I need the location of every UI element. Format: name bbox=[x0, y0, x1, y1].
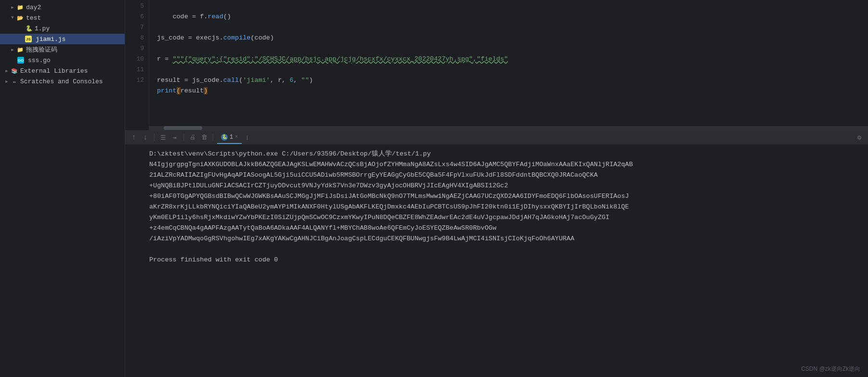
scrollbar-thumb[interactable] bbox=[164, 126, 202, 130]
toolbar-divider-2 bbox=[183, 134, 184, 142]
horizontal-scrollbar[interactable] bbox=[149, 126, 868, 130]
sidebar-item-label: 拖拽验证码 bbox=[26, 45, 57, 54]
sidebar-item-dragtest[interactable]: ▶ 📁 拖拽验证码 bbox=[0, 44, 125, 55]
python-tab-icon: 🐍 bbox=[221, 134, 228, 141]
terminal-line-4: +80iAF0TGgAPYQGBsdBIBwQCwWJGWKBsAAuSCJMG… bbox=[149, 191, 860, 202]
py-file-icon: 🐍 bbox=[25, 25, 33, 32]
sidebar-item-sssgo[interactable]: GO sss.go bbox=[0, 55, 125, 65]
terminal-tab-close[interactable]: × bbox=[235, 134, 238, 140]
terminal-right-icons: ⚙ bbox=[855, 133, 864, 143]
terminal-toolbar: ↑ ↓ ☰ ⇥ 🖨 🗑 🐍 1 × bbox=[125, 130, 868, 145]
terminal-list-icon[interactable]: ☰ bbox=[158, 133, 168, 143]
sidebar-item-label: sss.go bbox=[28, 57, 51, 64]
chevron-right-icon: ▶ bbox=[4, 79, 10, 84]
sidebar-item-label: jiami.js bbox=[36, 36, 65, 43]
terminal-print-icon[interactable]: 🖨 bbox=[188, 133, 197, 143]
terminal-scroll-up-btn[interactable]: ↑ bbox=[129, 133, 139, 143]
terminal-line-5: aKrZR8xrKjLLkbRYNQiciYIaQABeU2ymAYPiMIkA… bbox=[149, 202, 860, 212]
chevron-down-icon: ▼ bbox=[10, 15, 15, 20]
sidebar-item-label: External Libraries bbox=[20, 67, 88, 75]
scratch-icon: ✏️ bbox=[11, 78, 18, 85]
chevron-right-icon: ▶ bbox=[10, 47, 15, 52]
terminal-clear-icon[interactable]: 🗑 bbox=[199, 133, 209, 143]
sidebar-item-label: day2 bbox=[26, 4, 41, 11]
terminal-line-2: 21ALZRcRAIIAZIgFUvHgAqAPIASoogAL5Gji5uiC… bbox=[149, 170, 860, 181]
chevron-right-icon: ▶ bbox=[4, 68, 10, 74]
sidebar-item-1py[interactable]: 🐍 1.py bbox=[0, 23, 125, 34]
sidebar-item-day2[interactable]: ▶ 📁 day2 bbox=[0, 2, 125, 13]
toolbar-divider-1 bbox=[154, 134, 155, 142]
terminal-line-7: +z4emCqCBNQa4gAAPFAzgAATytQaBoA6ADkaAAF4… bbox=[149, 223, 860, 234]
terminal-indent-icon[interactable]: ⇥ bbox=[170, 133, 180, 143]
terminal-line-exit: Process finished with exit code 0 bbox=[149, 255, 860, 265]
code-area[interactable]: code = f.read() js_code = execjs.compile… bbox=[149, 0, 868, 130]
toolbar-separator: | bbox=[244, 135, 251, 141]
sidebar-item-label: test bbox=[26, 14, 41, 22]
sidebar-item-label: Scratches and Consoles bbox=[20, 78, 103, 85]
js-file-icon: JS bbox=[25, 36, 32, 42]
toolbar-divider-3 bbox=[213, 134, 213, 142]
chevron-right-icon: ▶ bbox=[10, 5, 15, 10]
line-numbers: 5 6 7 8 9 10 11 12 bbox=[125, 0, 149, 130]
terminal-tabs: ↑ ↓ ☰ ⇥ 🖨 🗑 🐍 1 × bbox=[129, 131, 251, 144]
sidebar-item-jiamijs[interactable]: JS jiami.js bbox=[0, 34, 125, 44]
terminal-scroll-down-btn[interactable]: ↓ bbox=[141, 133, 150, 143]
terminal-line-blank bbox=[149, 244, 860, 255]
terminal-output[interactable]: D:\zktest\venv\Scripts\python.exe C:/Use… bbox=[125, 145, 868, 377]
main-content: 5 6 7 8 9 10 11 12 code = f.read() js_co… bbox=[125, 0, 868, 377]
watermark: CSDN @zk逆向Zk逆向 bbox=[801, 365, 860, 373]
terminal-line-cmd: D:\zktest\venv\Scripts\python.exe C:/Use… bbox=[149, 149, 860, 159]
terminal-tab-1[interactable]: 🐍 1 × bbox=[217, 131, 242, 144]
sidebar-item-scratch[interactable]: ▶ ✏️ Scratches and Consoles bbox=[0, 76, 125, 87]
terminal-line-6: yKm0ELP1ily6hsRjxMkdiwYZwYbPKEzI0SiZUjpQ… bbox=[149, 212, 860, 223]
sidebar-item-extlib[interactable]: ▶ 📚 External Libraries bbox=[0, 65, 125, 76]
terminal-settings-icon[interactable]: ⚙ bbox=[855, 133, 864, 143]
go-file-icon: GO bbox=[17, 57, 24, 64]
terminal-line-1: N4IgjgrgpgTgniAXKGUDOBLAJkkB6AZQGEAJAgKS… bbox=[149, 159, 860, 170]
folder-icon: 📁 bbox=[16, 46, 24, 53]
terminal-panel: ↑ ↓ ☰ ⇥ 🖨 🗑 🐍 1 × bbox=[125, 130, 868, 377]
folder-open-icon: 📂 bbox=[16, 14, 24, 22]
sidebar-item-label: 1.py bbox=[35, 25, 50, 32]
terminal-line-8: /iAziVpYADMwqoGgRSVhgohwIEg7xAKgYAKwCgAH… bbox=[149, 234, 860, 244]
code-editor: 5 6 7 8 9 10 11 12 code = f.read() js_co… bbox=[125, 0, 868, 130]
terminal-line-3: +UgNQBiBJPtlDULuGNFlACSACIrCZTjuyDDvcut9… bbox=[149, 181, 860, 191]
folder-icon: 📁 bbox=[16, 3, 24, 11]
library-icon: 📚 bbox=[11, 67, 18, 75]
terminal-tab-label: 1 bbox=[230, 134, 233, 141]
file-tree-sidebar: ▶ 📁 day2 ▼ 📂 test 🐍 1.py JS jiami.js ▶ 📁… bbox=[0, 0, 125, 377]
sidebar-item-test[interactable]: ▼ 📂 test bbox=[0, 13, 125, 23]
